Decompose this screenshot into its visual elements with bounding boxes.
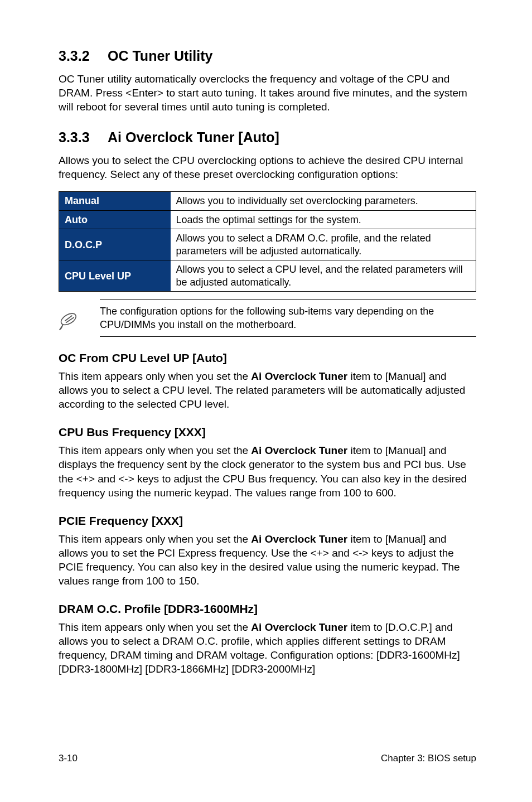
svg-line-1 xyxy=(65,316,72,321)
section-title: OC Tuner Utility xyxy=(108,48,212,64)
subsection-heading-cpu-bus: CPU Bus Frequency [XXX] xyxy=(59,426,476,439)
page-number: 3-10 xyxy=(59,753,78,764)
option-label-auto: Auto xyxy=(59,210,171,229)
subsection-body-cpu-bus: This item appears only when you set the … xyxy=(59,443,476,499)
subsection-body-oc-from-cpu: This item appears only when you set the … xyxy=(59,369,476,411)
table-row: Manual Allows you to individually set ov… xyxy=(59,192,476,211)
option-label-manual: Manual xyxy=(59,192,171,211)
table-row: D.O.C.P Allows you to select a DRAM O.C.… xyxy=(59,229,476,260)
svg-point-0 xyxy=(59,311,78,327)
note-box: The configuration options for the follow… xyxy=(59,299,476,337)
option-label-docp: D.O.C.P xyxy=(59,229,171,260)
option-desc-docp: Allows you to select a DRAM O.C. profile… xyxy=(171,229,476,260)
section-number: 3.3.2 xyxy=(59,48,108,64)
section-body-oc-tuner: OC Tuner utility automatically overclock… xyxy=(59,72,476,114)
subsection-heading-dram-oc: DRAM O.C. Profile [DDR3-1600MHz] xyxy=(59,602,476,616)
table-row: CPU Level UP Allows you to select a CPU … xyxy=(59,260,476,292)
subsection-heading-oc-from-cpu: OC From CPU Level UP [Auto] xyxy=(59,351,476,365)
section-heading-oc-tuner: 3.3.2OC Tuner Utility xyxy=(59,48,476,64)
chapter-label: Chapter 3: BIOS setup xyxy=(381,753,476,764)
options-table: Manual Allows you to individually set ov… xyxy=(59,191,476,292)
page-footer: 3-10 Chapter 3: BIOS setup xyxy=(59,753,476,764)
section-heading-ai-oc-tuner: 3.3.3Ai Overclock Tuner [Auto] xyxy=(59,129,476,146)
section-body-ai-oc-tuner: Allows you to select the CPU overclockin… xyxy=(59,153,476,181)
option-desc-auto: Loads the optimal settings for the syste… xyxy=(171,210,476,229)
option-desc-manual: Allows you to individually set overclock… xyxy=(171,192,476,211)
table-row: Auto Loads the optimal settings for the … xyxy=(59,210,476,229)
subsection-body-pcie: This item appears only when you set the … xyxy=(59,532,476,588)
option-desc-cpulvl: Allows you to select a CPU level, and th… xyxy=(171,260,476,292)
subsection-body-dram-oc: This item appears only when you set the … xyxy=(59,620,476,676)
subsection-heading-pcie: PCIE Frequency [XXX] xyxy=(59,514,476,528)
option-label-cpulvl: CPU Level UP xyxy=(59,260,171,292)
note-icon xyxy=(59,303,88,334)
note-text: The configuration options for the follow… xyxy=(100,305,476,331)
section-number: 3.3.3 xyxy=(59,129,108,146)
section-title: Ai Overclock Tuner [Auto] xyxy=(108,129,279,145)
